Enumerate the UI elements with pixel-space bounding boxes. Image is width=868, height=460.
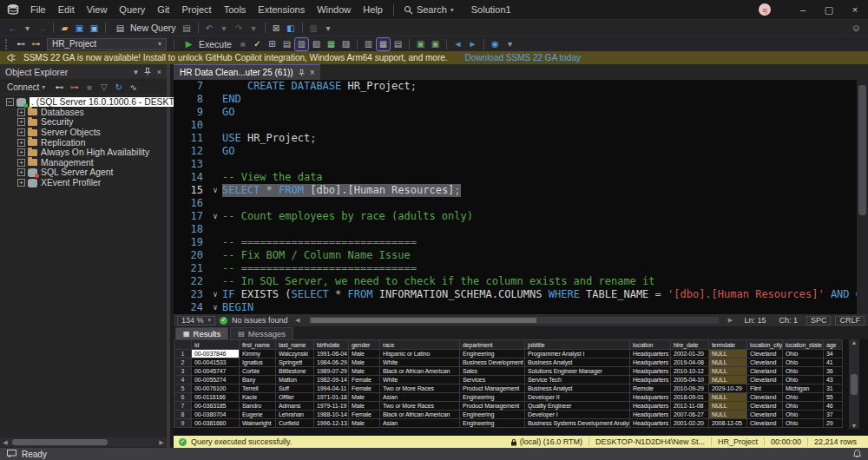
grid-vscroll-thumb[interactable] [851,374,858,395]
cell[interactable]: Cleveland [747,367,783,376]
cancel-query-icon[interactable]: ■ [236,38,249,50]
minimize-button[interactable]: – [790,0,816,19]
cell[interactable]: 00-0116166 [192,393,240,402]
tree-item-always-on-high-availability[interactable]: +Always On High Availability [15,148,167,158]
collapse-icon[interactable]: − [6,98,14,106]
change-connection-icon[interactable]: ⊶ [30,38,43,50]
query-options-icon[interactable]: ▤ [280,38,293,50]
expand-icon[interactable]: + [17,118,25,126]
menu-view[interactable]: View [81,0,114,19]
cell[interactable]: Product Management [460,402,525,411]
tree-item-sql-server-agent[interactable]: +SQL Server Agent [15,168,167,178]
row-number[interactable]: 7 [174,402,192,411]
column-header-id[interactable]: id [192,340,240,350]
row-number[interactable]: 9 [174,419,192,428]
tree-item-xevent-profiler[interactable]: +XEvent Profiler [15,178,167,188]
download-ssms-link[interactable]: Download SSMS 22 GA today [465,53,581,62]
cell[interactable]: 1971-01-18 [314,393,349,402]
cell[interactable]: Walczynski [276,350,314,358]
cell[interactable]: 2005-04-10 [671,376,709,384]
corner-header[interactable] [174,340,192,350]
cell[interactable]: Female [349,384,380,393]
cell[interactable]: 1984-06-29 [314,358,349,367]
cell[interactable]: 00-0381660 [192,419,240,428]
cell[interactable]: Wainwright [240,419,276,428]
cell[interactable]: 31 [824,384,843,393]
cell[interactable]: 2007-06-27 [671,411,709,419]
cell[interactable]: Ohio [783,358,824,367]
hscroll-right-icon[interactable]: ▶ [725,317,735,324]
cell[interactable]: Asian [380,419,460,428]
cell[interactable]: Female [349,411,380,419]
document-tab[interactable]: HR Data Clean...uter 25 (61)) × [174,64,320,80]
toolbar-overflow-icon[interactable]: ▾ [322,22,335,34]
cell[interactable]: 2008-12-05 [709,419,747,428]
cell[interactable]: 1988-10-14 [314,411,349,419]
cell[interactable]: NULL [709,350,747,358]
row-number[interactable]: 2 [174,358,192,367]
column-header-termdate[interactable]: termdate [709,340,747,350]
cell[interactable]: Springett [276,358,314,367]
cell[interactable]: 36 [824,367,843,376]
code-line[interactable]: 9GO [174,106,868,119]
increase-indent-icon[interactable]: ► [466,38,479,50]
code-line[interactable]: 7 CREATE DATABASE HR_Project; [174,80,868,93]
display-estimated-plan-icon[interactable]: ⊞ [266,38,279,50]
menu-help[interactable]: Help [357,0,389,19]
code-line[interactable]: 11USE HR_Project; [174,132,868,145]
cell[interactable]: Headquarters [630,402,671,411]
expand-icon[interactable]: + [17,168,25,176]
cell[interactable]: 00-0055274 [192,376,240,384]
new-query-button[interactable]: ▤New Query [109,22,180,34]
open-file-icon[interactable]: ▰ [58,22,71,34]
undo-caret-icon[interactable]: ▾ [218,22,231,34]
cell[interactable]: 2029-10-29 [709,384,747,393]
cell[interactable]: Asian [380,393,460,402]
cell[interactable]: 37 [824,411,843,419]
cell[interactable]: Headquarters [630,350,671,358]
cell[interactable]: Offiler [276,393,314,402]
cell[interactable]: 00-0037846 [192,350,240,358]
cell[interactable]: Admans [276,402,314,411]
cell[interactable]: 1996-12-13 [314,419,349,428]
tree-item-replication[interactable]: +Replication [15,137,167,148]
cell[interactable]: Michigan [783,384,824,393]
cell[interactable]: Cleveland [747,376,783,384]
nav-forward-icon[interactable]: → [36,22,49,34]
code-line[interactable]: 21-- ============================ [174,262,868,275]
include-actual-plan-icon[interactable]: ▦ [325,38,338,50]
editor-vscrollbar[interactable] [857,80,868,314]
code-line[interactable]: 19-- ============================ [174,236,868,249]
menu-query[interactable]: Query [113,0,151,19]
expand-icon[interactable]: + [17,108,25,116]
cell[interactable]: Ohio [783,376,824,384]
cell[interactable]: Ohio [783,350,824,358]
connect-plug-icon[interactable]: ⊷ [15,38,28,50]
cell[interactable]: Programmer Analyst I [525,350,630,358]
zoom-control[interactable]: 134 % ▾ [177,316,215,325]
menu-project[interactable]: Project [175,0,217,19]
cell[interactable]: Service Tech [525,376,630,384]
cell[interactable]: Black or African American [380,367,460,376]
database-combobox[interactable]: HR_Project▾ [47,38,167,50]
code-line[interactable]: 10 [174,119,868,132]
oe-refresh-icon[interactable]: ↻ [112,81,125,93]
cell[interactable]: 00-0380704 [192,411,240,419]
cell[interactable]: White [380,358,460,367]
expand-icon[interactable]: + [17,148,25,156]
cell[interactable]: NULL [709,376,747,384]
code-line[interactable]: 16 [174,197,868,210]
menu-edit[interactable]: Edit [52,0,81,19]
cell[interactable]: Ignatius [240,358,276,367]
cell[interactable]: Female [349,376,380,384]
column-header-department[interactable]: department [460,340,525,350]
search-control[interactable]: Search ▾ [398,4,459,15]
cell[interactable]: Product Management [460,384,525,393]
close-panel-icon[interactable]: × [157,68,161,76]
cell[interactable]: 2002-01-20 [671,350,709,358]
cell[interactable]: Cleveland [747,350,783,358]
cell[interactable]: Two or More Races [380,402,460,411]
cell[interactable]: Cleveland [747,358,783,367]
code-line[interactable]: 24∨BEGIN [174,301,868,314]
code-line[interactable]: 20-- Fix BOM / Column Name Issue [174,249,868,262]
